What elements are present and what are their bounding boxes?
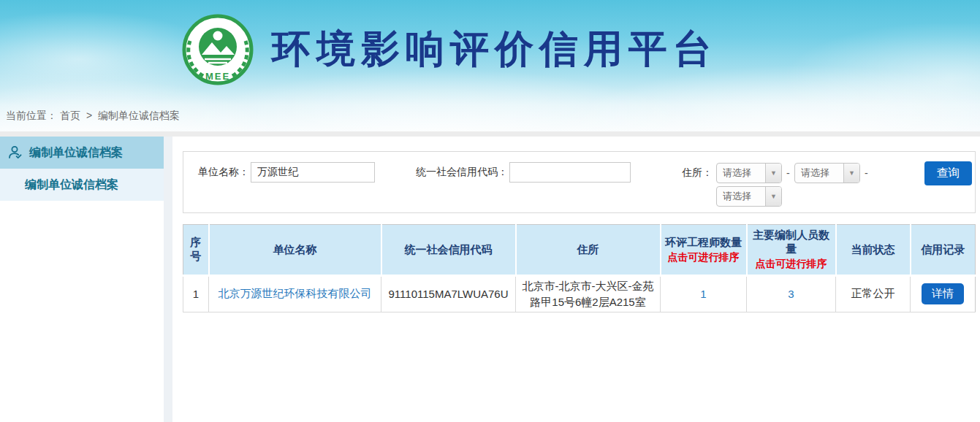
breadcrumb-separator: > bbox=[86, 110, 92, 121]
query-button[interactable]: 查询 bbox=[924, 161, 972, 185]
col-staff-count-sortable[interactable]: 主要编制人员数量 点击可进行排序 bbox=[747, 225, 836, 276]
header-divider bbox=[0, 131, 980, 137]
mee-logo-icon: MEE bbox=[180, 12, 256, 88]
credit-code-label: 统一社会信用代码： bbox=[416, 166, 508, 179]
main-panel: 单位名称： 统一社会信用代码： 住所： 请选择 ▼ - 请选择 ▼ - 请选择 … bbox=[172, 137, 980, 422]
col-engineer-count-label: 环评工程师数量 bbox=[663, 236, 745, 250]
page-title: 环境影响评价信用平台 bbox=[272, 23, 718, 76]
col-credit-code: 统一社会信用代码 bbox=[381, 225, 516, 276]
district-select-value: 请选择 bbox=[717, 190, 765, 203]
col-status: 当前状态 bbox=[836, 225, 911, 276]
sidebar-main-divider bbox=[164, 137, 172, 422]
person-check-icon bbox=[7, 145, 23, 161]
chevron-down-icon: ▼ bbox=[843, 164, 859, 183]
col-address: 住所 bbox=[516, 225, 661, 276]
col-staff-count-label: 主要编制人员数量 bbox=[749, 229, 834, 256]
table-row: 1 北京万源世纪环保科技有限公司 91110115MA7LWUA76U 北京市-… bbox=[183, 276, 976, 312]
sidebar-subitem-unit-credit-archive[interactable]: 编制单位诚信档案 bbox=[0, 169, 164, 201]
table-header-row: 序号 单位名称 统一社会信用代码 住所 环评工程师数量 点击可进行排序 主要编制… bbox=[183, 225, 976, 276]
status-value: 正常公开 bbox=[836, 276, 911, 312]
breadcrumb: 当前位置：首页 > 编制单位诚信档案 bbox=[6, 110, 183, 123]
col-index: 序号 bbox=[183, 225, 209, 276]
engineer-count-link[interactable]: 1 bbox=[700, 288, 706, 300]
chevron-down-icon: ▼ bbox=[765, 164, 781, 183]
sidebar-item-label: 编制单位诚信档案 bbox=[29, 145, 123, 161]
row-index: 1 bbox=[183, 276, 209, 312]
address-dash-2: - bbox=[865, 167, 868, 179]
brand-area: MEE 环境影响评价信用平台 bbox=[0, 0, 980, 88]
col-credit-record: 信用记录 bbox=[911, 225, 976, 276]
col-engineer-count-sortable[interactable]: 环评工程师数量 点击可进行排序 bbox=[661, 225, 747, 276]
site-header: MEE 环境影响评价信用平台 当前位置：首页 > 编制单位诚信档案 bbox=[0, 0, 980, 131]
credit-code-value: 91110115MA7LWUA76U bbox=[381, 276, 516, 312]
svg-text:MEE: MEE bbox=[205, 71, 230, 82]
engineer-sort-hint: 点击可进行排序 bbox=[663, 251, 745, 264]
chevron-down-icon: ▼ bbox=[765, 187, 781, 206]
breadcrumb-prefix: 当前位置： bbox=[6, 110, 57, 121]
search-form-row: 单位名称： 统一社会信用代码： bbox=[183, 161, 631, 183]
staff-count-link[interactable]: 3 bbox=[788, 288, 794, 300]
col-unit-name: 单位名称 bbox=[209, 225, 381, 276]
staff-sort-hint: 点击可进行排序 bbox=[749, 258, 834, 271]
detail-button[interactable]: 详情 bbox=[922, 283, 964, 304]
breadcrumb-current: 编制单位诚信档案 bbox=[98, 110, 180, 121]
breadcrumb-home-link[interactable]: 首页 bbox=[60, 110, 80, 121]
sidebar: 编制单位诚信档案 编制单位诚信档案 bbox=[0, 137, 164, 422]
address-label: 住所： bbox=[682, 166, 713, 180]
content-area: 编制单位诚信档案 编制单位诚信档案 单位名称： 统一社会信用代码： 住所： 请选… bbox=[0, 137, 980, 422]
city-select[interactable]: 请选择 ▼ bbox=[794, 163, 860, 183]
address-value: 北京市-北京市-大兴区-金苑路甲15号6幢2层A215室 bbox=[516, 276, 661, 312]
province-select[interactable]: 请选择 ▼ bbox=[716, 163, 782, 183]
address-dash-1: - bbox=[786, 167, 790, 179]
unit-name-label: 单位名称： bbox=[198, 166, 249, 179]
results-table: 序号 单位名称 统一社会信用代码 住所 环评工程师数量 点击可进行排序 主要编制… bbox=[183, 224, 976, 312]
city-select-value: 请选择 bbox=[795, 166, 843, 180]
sidebar-item-unit-credit-archive[interactable]: 编制单位诚信档案 bbox=[0, 137, 164, 169]
unit-name-link[interactable]: 北京万源世纪环保科技有限公司 bbox=[219, 287, 372, 299]
province-select-value: 请选择 bbox=[717, 166, 765, 180]
sidebar-subitem-label: 编制单位诚信档案 bbox=[25, 177, 118, 193]
search-form: 单位名称： 统一社会信用代码： 住所： 请选择 ▼ - 请选择 ▼ - 请选择 … bbox=[183, 151, 976, 213]
district-select[interactable]: 请选择 ▼ bbox=[716, 186, 782, 207]
unit-name-input[interactable] bbox=[251, 162, 375, 183]
credit-code-input[interactable] bbox=[509, 162, 631, 183]
